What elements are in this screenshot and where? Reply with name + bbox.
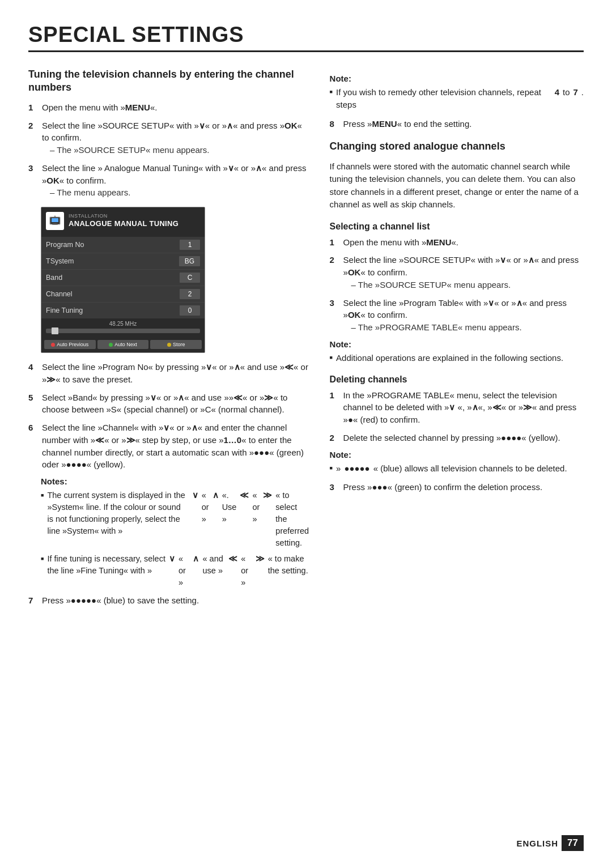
- section2-heading: Changing stored analogue channels: [330, 140, 584, 153]
- notes-heading: Notes:: [41, 476, 309, 486]
- subsection2-steps: 1 In the »PROGRAME TABLE« menu, select t…: [330, 389, 584, 444]
- steps-list-1: 1 Open the menu with »MENU«. 2 Select th…: [28, 101, 309, 199]
- subsection1-steps: 1 Open the menu with »MENU«. 2 Select th…: [330, 236, 584, 334]
- menu-row-channel: Channel 2: [41, 286, 205, 303]
- sub2-step-2: 2 Delete the selected channel by pressin…: [330, 432, 584, 444]
- note-item-1: The current system is displayed in the »…: [41, 490, 309, 549]
- note-bottom-heading: Note:: [330, 450, 584, 459]
- note-bottom-list: »●●●●●« (blue) allows all television cha…: [330, 462, 584, 475]
- step-8-list: 8 Press »MENU« to end the setting.: [330, 118, 584, 130]
- step-4: 4 Select the line »Program No« by pressi…: [28, 361, 309, 386]
- footer-language: ENGLISH: [516, 839, 558, 848]
- sub1-step-1: 1 Open the menu with »MENU«.: [330, 236, 584, 249]
- menu-btn-auto-next: Auto Next: [97, 340, 149, 349]
- note-mid-list: Additional operations are explained in t…: [330, 352, 584, 364]
- menu-rows: Program No 1 TSystem BG Band C Channel 2…: [41, 235, 205, 318]
- note-bottom: Note: »●●●●●« (blue) allows all televisi…: [330, 450, 584, 475]
- menu-screenshot: INSTALLATION ANALOGUE MANUAL TUNING Prog…: [41, 207, 205, 353]
- note-top-heading: Note:: [330, 74, 584, 83]
- menu-slider-track: [46, 329, 200, 333]
- svg-marker-4: [54, 215, 56, 217]
- menu-btn-auto-previous: Auto Previous: [44, 340, 96, 349]
- menu-btn-store: Store: [150, 340, 202, 349]
- note-top: Note: If you wish to remedy other televi…: [330, 74, 584, 111]
- sub1-step-3: 3 Select the line »Program Table« with »…: [330, 297, 584, 334]
- menu-header-text: INSTALLATION ANALOGUE MANUAL TUNING: [69, 213, 178, 229]
- step-8: 8 Press »MENU« to end the setting.: [330, 118, 584, 130]
- svg-rect-3: [52, 224, 58, 225]
- sub1-step-2: 2 Select the line »SOURCE SETUP« with »∨…: [330, 254, 584, 291]
- menu-freq-bar: 48.25 MHz: [41, 318, 205, 337]
- step-7-list: 7 Press »●●●●●« (blue) to save the setti…: [28, 594, 309, 607]
- yellow-dot-icon: [167, 343, 171, 347]
- sub2-step-3: 3 Press »●●●« (green) to confirm the del…: [330, 481, 584, 493]
- menu-header-icon: [46, 212, 64, 230]
- subsection1-heading: Selecting a channel list: [330, 222, 584, 232]
- menu-row-finetuning: Fine Tuning 0: [41, 303, 205, 318]
- left-column: Tuning the television channels by enteri…: [28, 68, 309, 612]
- section2-intro: If channels were stored with the automat…: [330, 160, 584, 211]
- menu-buttons: Auto Previous Auto Next Store: [41, 337, 205, 352]
- step-6: 6 Select the line »Channel« with »∨« or …: [28, 422, 309, 471]
- page-title: SPECIAL SETTINGS: [28, 23, 584, 52]
- step-3-last-list: 3 Press »●●●« (green) to confirm the del…: [330, 481, 584, 493]
- menu-slider-thumb: [52, 327, 58, 334]
- step-1: 1 Open the menu with »MENU«.: [28, 101, 309, 114]
- step-2: 2 Select the line »SOURCE SETUP« with »∨…: [28, 120, 309, 156]
- note-mid-item: Additional operations are explained in t…: [330, 352, 584, 364]
- steps-list-2: 4 Select the line »Program No« by pressi…: [28, 361, 309, 471]
- green-dot-icon: [109, 343, 113, 347]
- menu-row-tsystem: TSystem BG: [41, 253, 205, 270]
- subsection2-heading: Deleting channels: [330, 375, 584, 385]
- right-column: Note: If you wish to remedy other televi…: [330, 68, 584, 612]
- menu-row-program: Program No 1: [41, 237, 205, 253]
- note-top-item: If you wish to remedy other television c…: [330, 86, 584, 111]
- note-mid: Note: Additional operations are explaine…: [330, 339, 584, 364]
- step-5: 5 Select »Band« by pressing »∨« or »∧« a…: [28, 392, 309, 416]
- sub2-step-1: 1 In the »PROGRAME TABLE« menu, select t…: [330, 389, 584, 426]
- footer: ENGLISH 77: [516, 835, 584, 851]
- step-3: 3 Select the line » Analogue Manual Tuni…: [28, 162, 309, 199]
- menu-row-band: Band C: [41, 270, 205, 286]
- note-bottom-item: »●●●●●« (blue) allows all television cha…: [330, 462, 584, 475]
- notes-list: The current system is displayed in the »…: [41, 490, 309, 589]
- note-top-list: If you wish to remedy other television c…: [330, 86, 584, 111]
- svg-rect-1: [52, 218, 58, 222]
- step-7: 7 Press »●●●●●« (blue) to save the setti…: [28, 594, 309, 607]
- notes-block: Notes: The current system is displayed i…: [41, 476, 309, 589]
- note-item-2: If fine tuning is necessary, select the …: [41, 553, 309, 589]
- menu-header: INSTALLATION ANALOGUE MANUAL TUNING: [41, 207, 205, 235]
- note-mid-heading: Note:: [330, 339, 584, 349]
- red-dot-icon: [51, 343, 55, 347]
- section1-heading: Tuning the television channels by enteri…: [28, 68, 309, 95]
- footer-page-number: 77: [562, 835, 584, 851]
- svg-rect-2: [53, 223, 57, 224]
